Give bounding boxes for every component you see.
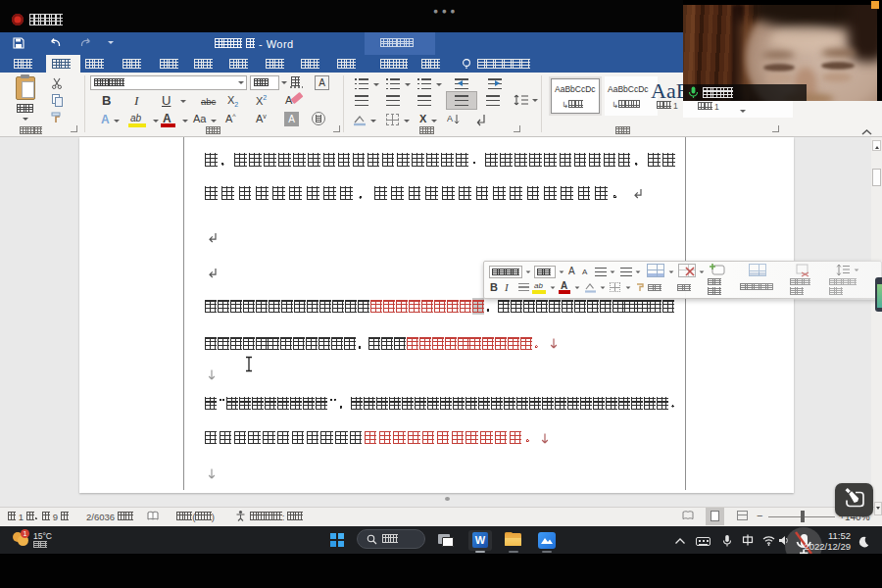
svg-text:A: A	[447, 114, 453, 123]
